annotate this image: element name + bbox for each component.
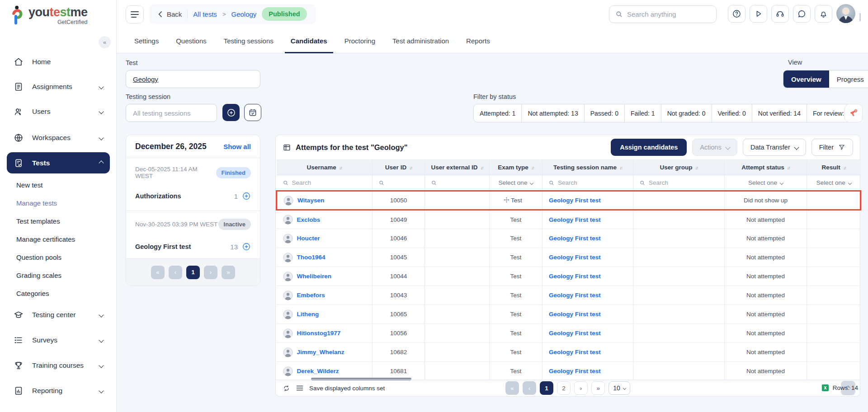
testing-session-input[interactable]: All testing sessions xyxy=(126,104,217,122)
data-transfer-button[interactable]: Data Transfer xyxy=(743,139,806,156)
tab-candidates[interactable]: Candidates xyxy=(282,28,336,53)
table-page-«[interactable]: « xyxy=(505,381,519,395)
session-card[interactable]: Dec-05-2025 11:14 AM WEST Finished Autho… xyxy=(126,158,260,211)
testing-session-link[interactable]: Geology First test xyxy=(543,197,601,204)
testing-session-link[interactable]: Geology First test xyxy=(543,235,601,242)
columns-menu-icon[interactable] xyxy=(296,385,303,391)
breadcrumb-geology[interactable]: Geology xyxy=(231,10,256,18)
topbar-headset-button[interactable] xyxy=(771,5,789,23)
username-link[interactable]: Embefors xyxy=(297,292,325,299)
refresh-icon[interactable] xyxy=(283,384,290,392)
filter-search-input[interactable]: Search xyxy=(634,179,724,186)
table-row[interactable]: Jimmy_Whelanz10682TestGeology First test… xyxy=(277,343,861,362)
sidebar-item-workspaces[interactable]: Workspaces xyxy=(7,128,110,148)
tab-proctoring[interactable]: Proctoring xyxy=(336,28,384,53)
view-option-progress[interactable]: Progress xyxy=(829,70,868,88)
sort-icon[interactable]: ↓↑ xyxy=(787,165,790,170)
status-segment-not-verified[interactable]: Not verified: 14 xyxy=(752,104,807,122)
status-segment-verified[interactable]: Verified: 0 xyxy=(712,104,752,122)
table-page-2[interactable]: 2 xyxy=(557,381,571,395)
column-header-user-external-id[interactable]: User external ID↓↑ xyxy=(425,160,490,175)
back-button[interactable]: Back xyxy=(158,10,182,18)
username-link[interactable]: Derek_Wilderz xyxy=(297,368,339,375)
tab-testing-sessions[interactable]: Testing sessions xyxy=(215,28,282,53)
username-link[interactable]: Witaysen xyxy=(297,197,324,204)
status-segment-failed[interactable]: Failed: 1 xyxy=(625,104,661,122)
topbar-help-button[interactable] xyxy=(728,5,745,23)
status-segment-not-attempted[interactable]: Not attempted: 13 xyxy=(522,104,584,122)
table-page-»[interactable]: » xyxy=(591,381,605,395)
sidebar-item-users[interactable]: Users xyxy=(7,102,110,122)
table-page-‹[interactable]: ‹ xyxy=(523,381,536,395)
sessions-page-›[interactable]: › xyxy=(204,266,217,279)
username-link[interactable]: Jimmy_Whelanz xyxy=(297,349,344,356)
testing-session-link[interactable]: Geology First test xyxy=(543,368,601,375)
status-segment-not-graded[interactable]: Not graded: 0 xyxy=(661,104,712,122)
table-page-›[interactable]: › xyxy=(574,381,588,395)
sort-icon[interactable]: ↓↑ xyxy=(843,165,846,170)
tab-questions[interactable]: Questions xyxy=(167,28,215,53)
show-all-link[interactable]: Show all xyxy=(223,143,251,150)
add-session-button[interactable] xyxy=(222,104,240,121)
column-header-attempt-status[interactable]: Attempt status↓↑ xyxy=(725,160,807,175)
sidebar-subitem-grading-scales[interactable]: Grading scales xyxy=(16,268,107,282)
sidebar-item-reporting[interactable]: Reporting xyxy=(7,381,110,401)
sort-icon[interactable]: ↓↑ xyxy=(480,165,483,170)
sort-icon[interactable]: ↓↑ xyxy=(619,165,622,170)
sort-icon[interactable]: ↓↑ xyxy=(695,165,698,170)
username-link[interactable]: Whelibeiren xyxy=(297,273,332,280)
sort-icon[interactable]: ↓↑ xyxy=(531,165,534,170)
assign-candidates-button[interactable]: Assign candidates xyxy=(611,139,687,156)
sessions-page-1[interactable]: 1 xyxy=(186,266,200,279)
testing-session-link[interactable]: Geology First test xyxy=(543,349,601,356)
session-card[interactable]: Nov-30-2025 03:39 PM WEST Inactive Geolo… xyxy=(126,211,260,259)
table-row[interactable]: Litheng10065TestGeology First testNot at… xyxy=(277,305,861,324)
table-row[interactable]: Exclobs10049TestGeology First testNot at… xyxy=(277,210,861,229)
breadcrumb-all-tests[interactable]: All tests xyxy=(193,10,217,18)
view-option-overview[interactable]: Overview xyxy=(783,70,829,88)
topbar-play-button[interactable] xyxy=(750,5,767,23)
testing-session-link[interactable]: Geology First test xyxy=(543,292,601,299)
username-link[interactable]: Houcter xyxy=(297,235,320,242)
testing-session-link[interactable]: Geology First test xyxy=(543,216,601,223)
filter-select[interactable]: Select one xyxy=(725,179,806,186)
testing-session-link[interactable]: Geology First test xyxy=(543,254,601,261)
table-row[interactable]: Embefors10043TestGeology First testNot a… xyxy=(277,286,861,305)
clear-status-filter-button[interactable] xyxy=(844,104,863,122)
testing-session-link[interactable]: Geology First test xyxy=(543,311,601,318)
avatar-chevron-icon[interactable] xyxy=(860,13,860,21)
filter-button[interactable]: Filter xyxy=(811,139,853,156)
topbar-chat-button[interactable] xyxy=(793,5,811,23)
table-row[interactable]: Houcter10046TestGeology First testNot at… xyxy=(277,229,861,248)
user-avatar[interactable] xyxy=(836,4,855,23)
session-add-button[interactable] xyxy=(242,242,251,251)
column-header-user-id[interactable]: User ID↓↑ xyxy=(373,160,425,175)
page-size-select[interactable]: 10 xyxy=(609,381,630,395)
table-page-1[interactable]: 1 xyxy=(540,381,553,395)
column-header-user-group[interactable]: User group↓↑ xyxy=(633,160,725,175)
status-segment-passed[interactable]: Passed: 0 xyxy=(585,104,625,122)
table-row[interactable]: Thoo196410045TestGeology First testNot a… xyxy=(277,248,861,267)
sessions-page-‹[interactable]: ‹ xyxy=(169,266,182,279)
tab-test-administration[interactable]: Test administration xyxy=(384,28,458,53)
filter-select[interactable]: Select one xyxy=(490,179,542,186)
sidebar-subitem-categories[interactable]: Categories xyxy=(16,286,107,300)
test-select-input[interactable]: Geology xyxy=(126,70,260,88)
sort-icon[interactable]: ↓↑ xyxy=(339,165,342,170)
save-columns-label[interactable]: Save displayed columns set xyxy=(309,385,385,392)
column-header-username[interactable]: Username↓↑ xyxy=(277,160,373,175)
table-row[interactable]: Witaysen10050TestGeology First testDid n… xyxy=(277,191,861,210)
column-header-testing-session-name[interactable]: Testing session name↓↑ xyxy=(542,160,633,175)
sidebar-item-surveys[interactable]: Surveys xyxy=(7,330,110,350)
sidebar-item-assignments[interactable]: Assignments xyxy=(7,77,110,97)
testing-session-link[interactable]: Geology First test xyxy=(543,330,601,337)
column-header-result[interactable]: Result↓↑ xyxy=(807,160,861,175)
brand-logo[interactable]: youtestme GetCertified xyxy=(11,5,88,28)
tab-settings[interactable]: Settings xyxy=(126,28,167,53)
username-link[interactable]: Litheng xyxy=(297,311,319,318)
filter-search-input[interactable]: Search xyxy=(543,179,632,186)
sidebar-item-tests[interactable]: Tests xyxy=(7,152,110,173)
filter-search-input[interactable] xyxy=(373,180,424,186)
column-header-exam-type[interactable]: Exam type↓↑ xyxy=(490,160,542,175)
filter-search-input[interactable]: Search xyxy=(277,179,372,186)
